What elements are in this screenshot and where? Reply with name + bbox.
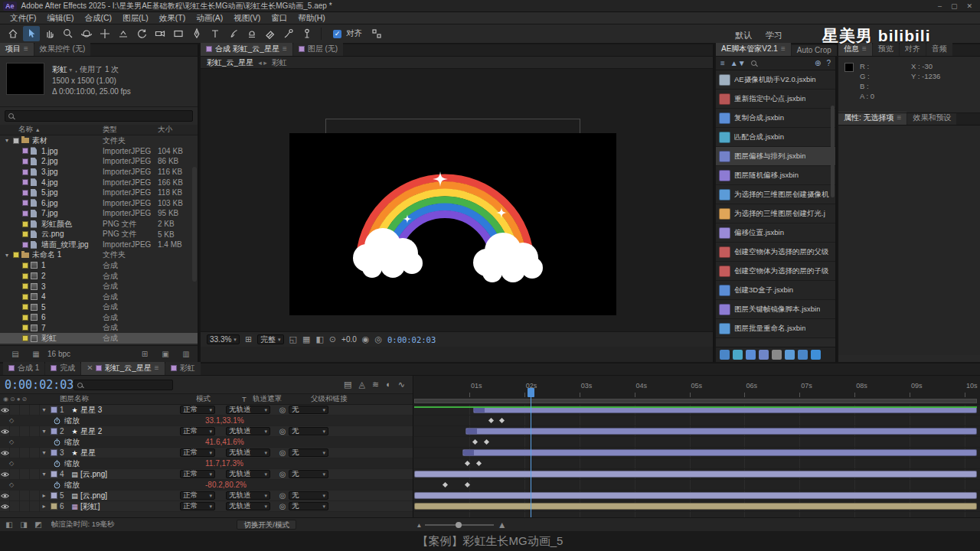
blend-mode-select[interactable]: 正常▾ [180,491,215,500]
label-chip[interactable] [22,190,28,196]
zoom-tool-icon[interactable] [60,26,77,41]
project-item-row[interactable]: 2.jpg ImporterJPEG 86 KB [0,156,198,167]
keyframe-nav-icon[interactable]: ◇ [0,417,23,424]
panel-menu-icon[interactable]: ≡ [897,113,902,122]
brush-tool-icon[interactable] [225,26,242,41]
solo-toggle[interactable] [20,405,30,415]
minimize-button[interactable]: – [938,2,942,10]
project-item-row[interactable]: 彩虹 合成 [0,333,198,344]
blend-mode-select[interactable]: 正常▾ [180,502,215,510]
comp-mini-flowchart-icon[interactable]: ▤ [344,380,351,390]
project-tab-0[interactable]: 项目≡ [0,43,34,56]
layer-duration-bar[interactable] [462,449,977,456]
item-name[interactable]: 6.jpg [41,199,103,207]
comp-nav-arrows-icon[interactable]: ◂ ▸ [258,59,267,67]
project-item-row[interactable]: 5 合成 [0,302,198,313]
eraser-tool-icon[interactable] [262,26,279,41]
item-name[interactable]: 3.jpg [41,168,103,176]
menu-item-5[interactable]: 动画(A) [191,13,228,22]
keyframe-nav-icon[interactable]: ◇ [0,439,23,445]
motion-blur-icon[interactable]: ◐ [386,380,391,390]
script-quick-tool-icon-6[interactable] [798,350,808,360]
project-item-row[interactable]: 彩虹颜色 PNG 文件 2 KB [0,219,198,230]
trkmat-select[interactable]: 无轨道▾ [226,502,270,510]
label-chip[interactable] [22,294,28,300]
lock-toggle[interactable] [30,405,40,415]
project-item-row[interactable]: 云.png PNG 文件 5 KB [0,229,198,240]
script-item[interactable]: 图层批量重命名.jsxbin [716,319,835,338]
lock-toggle[interactable] [30,491,40,500]
solo-toggle[interactable] [20,448,30,458]
label-chip[interactable] [22,315,28,321]
selection-tool-icon[interactable] [23,26,40,41]
frame-blend-icon[interactable]: ≋ [372,380,379,390]
keyframe-icon[interactable] [488,418,494,423]
keyframe-track[interactable] [414,437,980,448]
roi-icon[interactable]: ◱ [289,334,297,344]
blend-mode-select[interactable]: 正常▾ [180,448,215,457]
pan-camera-tool-icon[interactable] [96,26,113,41]
trkmat-select[interactable]: 无轨道▾ [226,406,270,414]
layer-name[interactable]: 星星 3 [80,405,180,416]
playhead-handle[interactable] [528,388,534,397]
property-name[interactable]: 缩放 [64,480,80,491]
trkmat-select[interactable]: 无轨道▾ [226,470,270,478]
script-item[interactable]: 图层偏移与排列.jsxbin [716,147,835,166]
item-name[interactable]: 4.jpg [41,178,103,187]
item-name[interactable]: 7 [41,324,103,332]
script-item[interactable]: 复制合成.jsxbin [716,109,835,128]
pickwhip-icon[interactable]: ◎ [276,406,289,414]
scale-property-row[interactable]: ◇ 缩放 -80.2,80.2% [0,480,413,491]
layer-duration-bar[interactable] [414,503,977,510]
comp-tab-0[interactable]: 合成 彩虹_云_星星≡ [201,43,292,56]
scale-property-row[interactable]: ◇ 缩放 41.6,41.6% [0,437,413,448]
layer-name[interactable]: 星星 2 [80,426,180,437]
new-folder-icon[interactable]: ⊞ [139,350,150,359]
audio-toggle[interactable] [10,426,20,436]
script-item[interactable]: 图层随机偏移.jsxbin [716,166,835,185]
script-scrollbar[interactable] [831,106,835,197]
zoom-select[interactable]: 33.3%▾ [207,334,240,344]
label-chip[interactable] [51,428,57,435]
expand-graph-icon[interactable]: ◩ [33,520,44,530]
grid-options-icon[interactable]: ⊞ [245,334,252,344]
layer-duration-bar[interactable] [414,492,977,499]
project-item-row[interactable]: ▾ 未命名 1 文件夹 [0,250,198,261]
item-name[interactable]: 1 [41,261,103,269]
expand-properties-icon[interactable]: ◨ [18,520,29,530]
script-quick-tool-icon-5[interactable] [785,350,795,360]
stopwatch-icon[interactable] [54,439,64,446]
project-search-input[interactable] [5,110,193,122]
panel-menu-icon[interactable]: ≡ [283,44,287,53]
item-name[interactable]: 2.jpg [41,157,103,165]
panel-menu-icon[interactable]: ≡ [155,364,159,372]
trkmat-select[interactable]: 无轨道▾ [226,448,270,457]
workspace-item-0[interactable]: 默认 [735,30,752,41]
keyframe-icon[interactable] [472,439,478,445]
item-name[interactable]: 1.jpg [41,147,103,155]
playhead[interactable] [531,388,531,517]
blend-mode-select[interactable]: 正常▾ [180,406,215,414]
menu-item-8[interactable]: 帮助(H) [292,13,331,22]
project-item-row[interactable]: 7 合成 [0,323,198,334]
keyframe-icon[interactable] [484,439,489,445]
label-chip[interactable] [22,148,28,154]
property-value[interactable]: 41.6,41.6% [205,438,244,446]
exposure-value[interactable]: +0.0 [341,335,357,344]
project-item-row[interactable]: 6 合成 [0,312,198,323]
eye-icon[interactable] [0,501,10,511]
mask-visibility-icon[interactable]: ◧ [315,334,323,344]
keyframe-icon[interactable] [499,418,505,423]
eye-icon[interactable] [0,405,10,415]
property-value[interactable]: -80.2,80.2% [205,481,247,489]
project-list-header[interactable]: 名称 ▲ 类型 大小 [0,125,198,135]
pen-tool-icon[interactable] [188,26,205,41]
pickwhip-icon[interactable]: ◎ [276,427,289,435]
bit-depth-button[interactable]: 16 bpc [47,350,70,358]
script-item[interactable]: 创建空物体为选择的层的父级 [716,243,835,262]
lock-toggle[interactable] [30,426,40,436]
lock-toggle[interactable] [30,501,40,511]
project-scrollbar[interactable] [192,167,197,282]
trkmat-select[interactable]: 无轨道▾ [226,491,270,500]
label-chip[interactable] [22,158,28,165]
